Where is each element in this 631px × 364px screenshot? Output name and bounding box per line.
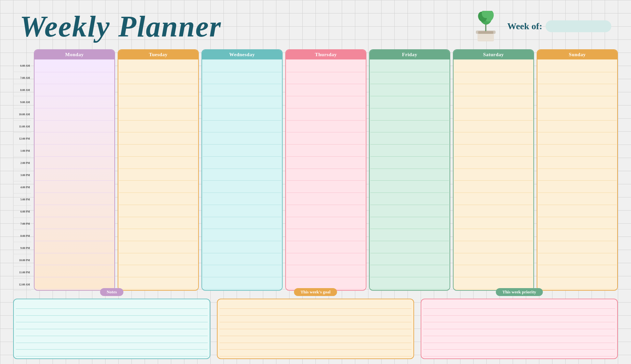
day-row[interactable] — [370, 60, 449, 72]
day-row[interactable] — [119, 60, 198, 72]
day-row[interactable] — [35, 265, 114, 277]
day-row[interactable] — [119, 265, 198, 277]
bottom-row[interactable] — [423, 336, 615, 343]
day-row[interactable] — [454, 108, 533, 121]
day-row[interactable] — [203, 241, 281, 253]
day-row[interactable] — [370, 84, 449, 96]
day-row[interactable] — [287, 96, 365, 108]
week-of-input[interactable] — [546, 20, 611, 32]
bottom-row[interactable] — [220, 302, 411, 309]
bottom-row[interactable] — [423, 302, 615, 309]
day-row[interactable] — [454, 169, 533, 181]
day-row[interactable] — [287, 205, 365, 217]
bottom-row[interactable] — [220, 329, 411, 336]
day-row[interactable] — [35, 277, 114, 289]
day-row[interactable] — [203, 193, 281, 205]
day-row[interactable] — [538, 217, 617, 229]
day-row[interactable] — [287, 241, 365, 253]
day-row[interactable] — [287, 193, 365, 205]
day-row[interactable] — [454, 277, 533, 289]
bottom-row[interactable] — [423, 350, 615, 356]
bottom-row[interactable] — [16, 322, 208, 329]
day-row[interactable] — [287, 217, 365, 229]
day-row[interactable] — [203, 145, 281, 157]
bottom-row[interactable] — [220, 350, 411, 356]
day-row[interactable] — [454, 145, 533, 157]
day-row[interactable] — [287, 253, 365, 265]
day-row[interactable] — [370, 108, 449, 121]
day-row[interactable] — [454, 265, 533, 277]
day-row[interactable] — [203, 181, 281, 193]
day-row[interactable] — [119, 253, 198, 265]
bottom-row[interactable] — [220, 316, 411, 323]
day-row[interactable] — [454, 60, 533, 72]
day-row[interactable] — [538, 277, 617, 289]
day-row[interactable] — [370, 277, 449, 289]
day-row[interactable] — [454, 229, 533, 241]
day-row[interactable] — [538, 145, 617, 157]
day-row[interactable] — [370, 181, 449, 193]
day-row[interactable] — [538, 157, 617, 169]
day-row[interactable] — [454, 96, 533, 108]
day-row[interactable] — [35, 121, 114, 133]
day-row[interactable] — [35, 145, 114, 157]
day-row[interactable] — [538, 108, 617, 121]
day-row[interactable] — [454, 241, 533, 253]
day-row[interactable] — [203, 169, 281, 181]
day-row[interactable] — [287, 108, 365, 121]
day-row[interactable] — [454, 72, 533, 84]
day-row[interactable] — [287, 265, 365, 277]
bottom-row[interactable] — [16, 336, 208, 343]
day-row[interactable] — [287, 169, 365, 181]
day-row[interactable] — [370, 72, 449, 84]
bottom-row[interactable] — [220, 322, 411, 329]
day-row[interactable] — [203, 84, 281, 96]
bottom-row[interactable] — [423, 322, 615, 329]
day-row[interactable] — [203, 253, 281, 265]
day-row[interactable] — [119, 121, 198, 133]
day-row[interactable] — [119, 181, 198, 193]
day-row[interactable] — [287, 84, 365, 96]
bottom-row[interactable] — [16, 350, 208, 356]
day-row[interactable] — [119, 217, 198, 229]
day-row[interactable] — [203, 229, 281, 241]
day-row[interactable] — [35, 72, 114, 84]
day-row[interactable] — [370, 253, 449, 265]
bottom-row[interactable] — [423, 329, 615, 336]
day-row[interactable] — [203, 277, 281, 289]
day-row[interactable] — [370, 193, 449, 205]
day-row[interactable] — [119, 205, 198, 217]
bottom-row[interactable] — [16, 302, 208, 309]
day-row[interactable] — [35, 132, 114, 145]
day-row[interactable] — [454, 157, 533, 169]
day-row[interactable] — [454, 193, 533, 205]
day-row[interactable] — [370, 121, 449, 133]
day-row[interactable] — [538, 253, 617, 265]
day-row[interactable] — [119, 108, 198, 121]
day-row[interactable] — [119, 157, 198, 169]
day-row[interactable] — [370, 205, 449, 217]
day-row[interactable] — [370, 157, 449, 169]
day-row[interactable] — [370, 241, 449, 253]
day-row[interactable] — [370, 169, 449, 181]
day-row[interactable] — [538, 193, 617, 205]
day-row[interactable] — [203, 60, 281, 72]
day-row[interactable] — [203, 72, 281, 84]
day-row[interactable] — [119, 132, 198, 145]
day-row[interactable] — [287, 277, 365, 289]
day-row[interactable] — [35, 108, 114, 121]
bottom-row[interactable] — [220, 309, 411, 316]
day-row[interactable] — [287, 145, 365, 157]
day-row[interactable] — [35, 205, 114, 217]
day-row[interactable] — [119, 241, 198, 253]
day-row[interactable] — [119, 169, 198, 181]
day-row[interactable] — [370, 217, 449, 229]
day-row[interactable] — [370, 132, 449, 145]
day-row[interactable] — [454, 205, 533, 217]
day-row[interactable] — [119, 72, 198, 84]
day-row[interactable] — [454, 181, 533, 193]
day-row[interactable] — [538, 96, 617, 108]
bottom-row[interactable] — [16, 309, 208, 316]
bottom-row[interactable] — [16, 316, 208, 323]
day-row[interactable] — [119, 84, 198, 96]
